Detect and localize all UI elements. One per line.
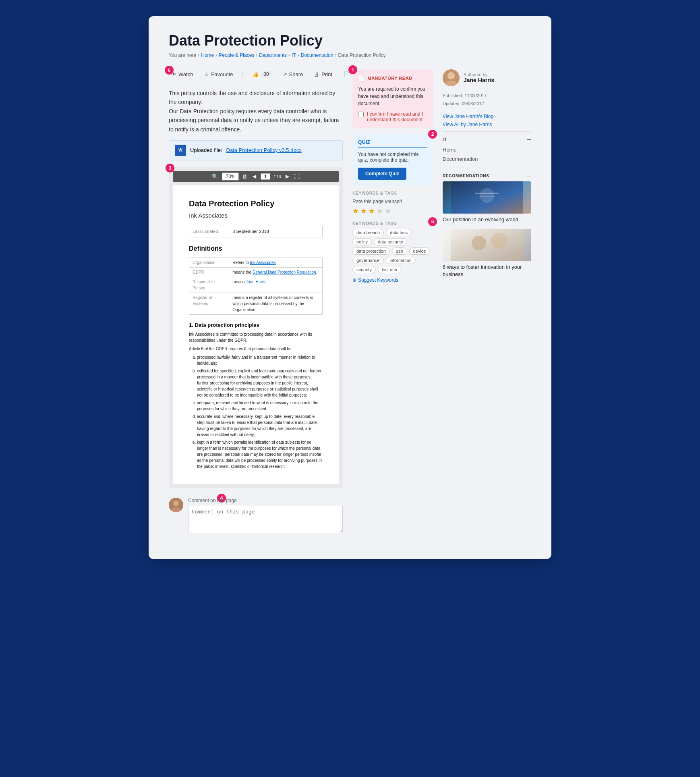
collapse-icon[interactable]: — bbox=[527, 137, 531, 142]
rec-img-1 bbox=[443, 181, 531, 214]
rec-title-2[interactable]: 6 ways to foster innovation in your busi… bbox=[443, 264, 531, 278]
doc-org: Ink Associates bbox=[189, 211, 323, 220]
def-val-4: means a register of all systems or conte… bbox=[229, 293, 323, 314]
doc-section2-title: 1. Data protection principles bbox=[189, 321, 323, 329]
tag-data-breach[interactable]: data breach bbox=[352, 229, 384, 236]
toolbar: 6 👁 Watch ☆ Favourite | 👍 30 ↗ bbox=[169, 69, 343, 79]
breadcrumb-it[interactable]: IT bbox=[292, 52, 296, 58]
doc-section1-title: Definitions bbox=[189, 244, 323, 253]
word-icon: W bbox=[175, 145, 186, 156]
tag-policy[interactable]: policy bbox=[352, 238, 372, 245]
print-button[interactable]: 🖨 Print bbox=[312, 70, 335, 79]
share-button[interactable]: ↗ Share bbox=[280, 70, 306, 79]
left-column: 6 👁 Watch ☆ Favourite | 👍 30 ↗ bbox=[169, 69, 343, 535]
recommendations-title: RECOMMENDATIONS — bbox=[443, 174, 531, 178]
def-link-1[interactable]: Ink Associates bbox=[250, 260, 276, 265]
rec-card-2: 6 ways to foster innovation in your busi… bbox=[443, 229, 531, 278]
all-link[interactable]: View All by Jane Harris bbox=[443, 122, 531, 127]
main-layout: 6 👁 Watch ☆ Favourite | 👍 30 ↗ bbox=[169, 69, 531, 535]
print-label: Print bbox=[321, 71, 332, 77]
nav-documentation[interactable]: Documentation bbox=[443, 154, 531, 164]
comment-textarea[interactable] bbox=[188, 505, 343, 533]
author-info: Authored by Jane Harris bbox=[464, 72, 494, 83]
meta-dates: Published: 11/01/2017 Updated: 09/08/201… bbox=[443, 92, 531, 108]
tag-lost-usb[interactable]: lost usb bbox=[378, 266, 401, 273]
star-4[interactable]: ★ bbox=[377, 207, 383, 216]
rate-label: Rate this page yourself bbox=[352, 199, 433, 204]
prev-page-icon[interactable]: ◄ bbox=[251, 173, 257, 180]
mandatory-text: You are required to confirm you have rea… bbox=[358, 85, 427, 107]
watch-label: Watch bbox=[178, 71, 193, 77]
doc-section2-para: Article 5 of the GDPR requires that pers… bbox=[189, 346, 323, 352]
monitor-icon: 🖥 bbox=[242, 173, 248, 180]
def-link-2[interactable]: General Data Protection Regulation bbox=[253, 270, 316, 274]
breadcrumb-sep: › bbox=[198, 52, 199, 58]
suggest-keywords-link[interactable]: ⊕ Suggest Keywords bbox=[352, 277, 433, 283]
badge-2: 2 bbox=[428, 130, 437, 139]
star-3[interactable]: ★ bbox=[369, 207, 375, 216]
badge-6: 6 bbox=[165, 66, 174, 75]
breadcrumb-departments[interactable]: Departments bbox=[259, 52, 287, 58]
breadcrumb-current: Data Protection Policy bbox=[338, 52, 385, 58]
tag-data-security[interactable]: data security bbox=[374, 238, 407, 245]
blog-link[interactable]: View Jane Harris's Blog bbox=[443, 114, 531, 119]
quiz-box: 2 QUIZ You have not completed this quiz,… bbox=[352, 134, 433, 185]
complete-quiz-button[interactable]: Complete Quiz bbox=[358, 168, 406, 180]
keywords-label-1: KEYWORDS & TAGS bbox=[352, 191, 433, 195]
collapse-rec-icon[interactable]: — bbox=[527, 174, 531, 178]
page-container: Data Protection Policy You are here › Ho… bbox=[149, 16, 551, 559]
rec-title-1[interactable]: Our position in an evolving world bbox=[443, 216, 531, 223]
def-row-2: GDPR means the General Data Protection R… bbox=[189, 267, 323, 277]
rec-card-1: Our position in an evolving world bbox=[443, 181, 531, 223]
breadcrumb-documentation[interactable]: Documentation bbox=[301, 52, 333, 58]
mandatory-read-box: 1 📄 MANDATORY READ You are required to c… bbox=[352, 69, 433, 128]
tag-data-protection[interactable]: data protection bbox=[352, 247, 390, 255]
fullscreen-icon[interactable]: ⛶ bbox=[294, 173, 300, 180]
page-number-input[interactable] bbox=[261, 173, 270, 180]
next-page-icon[interactable]: ► bbox=[284, 173, 291, 180]
divider-1 bbox=[443, 131, 531, 132]
page-title: Data Protection Policy bbox=[169, 32, 531, 49]
def-row-3: Responsible Person means Jane Harris. bbox=[189, 277, 323, 293]
meta-label: Last updated bbox=[189, 226, 229, 237]
star-2[interactable]: ★ bbox=[360, 207, 367, 216]
tag-usb[interactable]: usb bbox=[392, 247, 407, 255]
star-icon: ☆ bbox=[204, 71, 209, 77]
quiz-divider bbox=[358, 147, 427, 148]
rec-img-2 bbox=[443, 229, 531, 261]
plus-circle-icon: ⊕ bbox=[352, 277, 356, 283]
def-term-3: Responsible Person bbox=[189, 277, 229, 293]
breadcrumb-home[interactable]: Home bbox=[201, 52, 214, 58]
tag-device[interactable]: device bbox=[409, 247, 430, 255]
tag-governance[interactable]: governance bbox=[352, 257, 384, 264]
tag-information[interactable]: information bbox=[386, 257, 416, 264]
svg-point-14 bbox=[491, 233, 507, 249]
updated-date: Updated: 09/08/2017 bbox=[443, 100, 531, 108]
def-row-1: Organization Refers to Ink Associates bbox=[189, 258, 323, 267]
list-item-b: collected for specified, explicit and le… bbox=[197, 368, 323, 398]
def-term-1: Organization bbox=[189, 258, 229, 267]
list-item-d: accurate and, where necessary, kept up t… bbox=[197, 413, 323, 438]
tag-data-loss[interactable]: data loss bbox=[386, 229, 412, 236]
tag-security[interactable]: security bbox=[352, 266, 376, 273]
star-1[interactable]: ★ bbox=[352, 207, 359, 216]
doc-section2-list: processed lawfully, fairly and in a tran… bbox=[197, 354, 323, 470]
file-link[interactable]: Data Protection Policy v3.5.docx bbox=[226, 147, 302, 153]
badge-3: 3 bbox=[166, 164, 174, 172]
author-name: Jane Harris bbox=[464, 77, 494, 83]
star-5[interactable]: ★ bbox=[385, 207, 391, 216]
zoom-out-icon[interactable]: 🔍 bbox=[212, 173, 219, 180]
list-item-c: adequate, relevant and limited to what i… bbox=[197, 400, 323, 412]
quiz-text: You have not completed this quiz, comple… bbox=[358, 152, 427, 163]
like-button[interactable]: 👍 30 bbox=[250, 69, 273, 79]
favourite-button[interactable]: ☆ Favourite bbox=[202, 70, 235, 79]
mandatory-badge: 📄 MANDATORY READ bbox=[358, 75, 427, 81]
def-link-3[interactable]: Jane Harris bbox=[246, 280, 266, 284]
nav-home[interactable]: Home bbox=[443, 145, 531, 154]
share-label: Share bbox=[289, 71, 303, 77]
confirm-checkbox[interactable] bbox=[358, 112, 364, 117]
right-column: Authored by Jane Harris Published: 11/01… bbox=[443, 69, 531, 535]
breadcrumb-people-places[interactable]: People & Places bbox=[219, 52, 254, 58]
rec-img-placeholder-1 bbox=[443, 181, 531, 214]
keywords-label-2: KEYWORDS & TAGS bbox=[352, 221, 433, 226]
